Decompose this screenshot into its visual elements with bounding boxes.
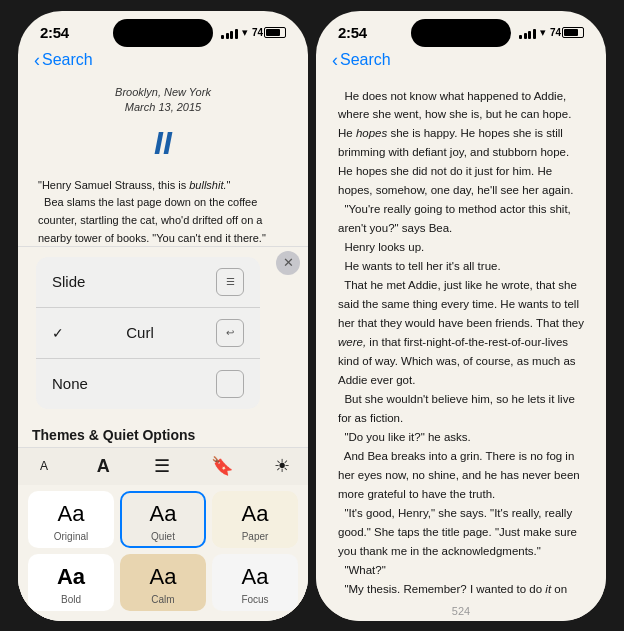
right-dynamic-island bbox=[411, 19, 511, 47]
left-battery-pct: 74 bbox=[252, 27, 263, 38]
focus-sample: Aa bbox=[242, 564, 269, 590]
dynamic-island bbox=[113, 19, 213, 47]
right-wifi-icon: ▾ bbox=[540, 26, 546, 39]
theme-paper[interactable]: Aa Paper bbox=[212, 491, 298, 548]
quiet-label: Quiet bbox=[151, 531, 175, 542]
right-battery-body bbox=[562, 27, 584, 38]
r-signal-bar-4 bbox=[533, 29, 536, 39]
original-label: Original bbox=[54, 531, 88, 542]
phones-container: 2:54 ▾ 74 ‹ Se bbox=[0, 0, 624, 631]
paper-sample: Aa bbox=[242, 501, 269, 527]
small-font-button[interactable]: A bbox=[36, 457, 52, 475]
theme-original[interactable]: Aa Original bbox=[28, 491, 114, 548]
themes-title: Themes & Quiet Options bbox=[32, 427, 195, 443]
right-signal-icon bbox=[519, 27, 536, 39]
transition-slide[interactable]: Slide ☰ bbox=[36, 257, 260, 308]
curl-check: ✓ bbox=[52, 325, 64, 341]
page-number: 524 bbox=[316, 601, 606, 621]
theme-focus[interactable]: Aa Focus bbox=[212, 554, 298, 611]
transition-menu: Slide ☰ ✓ Curl ↩ None bbox=[36, 257, 260, 409]
r-signal-bar-1 bbox=[519, 35, 522, 39]
text-settings-icon[interactable]: ☰ bbox=[154, 455, 170, 477]
battery-icon: 74 bbox=[252, 27, 286, 38]
right-back-label: Search bbox=[340, 51, 391, 69]
none-label: None bbox=[52, 375, 88, 392]
theme-bold[interactable]: Aa Bold bbox=[28, 554, 114, 611]
r-signal-bar-3 bbox=[528, 31, 531, 39]
bottom-panel: Slide ☰ ✓ Curl ↩ None ✕ T bbox=[18, 246, 308, 621]
left-back-button[interactable]: ‹ Search bbox=[34, 51, 93, 69]
paper-label: Paper bbox=[242, 531, 269, 542]
close-button[interactable]: ✕ bbox=[276, 251, 300, 275]
battery-body bbox=[264, 27, 286, 38]
right-chevron-left-icon: ‹ bbox=[332, 51, 338, 69]
large-font-button[interactable]: A bbox=[93, 454, 114, 479]
transition-none[interactable]: None bbox=[36, 359, 260, 409]
left-status-icons: ▾ 74 bbox=[221, 26, 286, 39]
wifi-icon: ▾ bbox=[242, 26, 248, 39]
original-sample: Aa bbox=[58, 501, 85, 527]
right-battery-fill bbox=[564, 29, 578, 36]
book-location: Brooklyn, New YorkMarch 13, 2015 bbox=[38, 85, 288, 116]
themes-header: Themes & Quiet Options bbox=[18, 419, 308, 447]
left-nav-bar: ‹ Search bbox=[18, 47, 308, 75]
bookmark-icon[interactable]: 🔖 bbox=[211, 455, 233, 477]
signal-bar-2 bbox=[226, 33, 229, 39]
book-chapter: II bbox=[38, 119, 288, 169]
bold-label: Bold bbox=[61, 594, 81, 605]
signal-bar-4 bbox=[235, 29, 238, 39]
book-header: Brooklyn, New YorkMarch 13, 2015 II bbox=[38, 85, 288, 169]
right-time: 2:54 bbox=[338, 24, 367, 41]
curl-icon: ↩ bbox=[216, 319, 244, 347]
right-back-button[interactable]: ‹ Search bbox=[332, 51, 391, 69]
right-phone: 2:54 ▾ 74 ‹ Se bbox=[316, 11, 606, 621]
left-back-label: Search bbox=[42, 51, 93, 69]
left-phone: 2:54 ▾ 74 ‹ Se bbox=[18, 11, 308, 621]
r-signal-bar-2 bbox=[524, 33, 527, 39]
none-icon bbox=[216, 370, 244, 398]
chevron-left-icon: ‹ bbox=[34, 51, 40, 69]
battery-fill bbox=[266, 29, 280, 36]
slide-icon: ☰ bbox=[216, 268, 244, 296]
right-nav-bar: ‹ Search bbox=[316, 47, 606, 75]
transition-curl[interactable]: ✓ Curl ↩ bbox=[36, 308, 260, 359]
quiet-sample: Aa bbox=[150, 501, 177, 527]
calm-label: Calm bbox=[151, 594, 174, 605]
curl-label: Curl bbox=[126, 324, 154, 341]
right-book-content: He does not know what happened to Addie,… bbox=[316, 75, 606, 601]
reading-controls: A A ☰ 🔖 ☀ bbox=[18, 447, 308, 485]
theme-calm[interactable]: Aa Calm bbox=[120, 554, 206, 611]
right-battery-pct: 74 bbox=[550, 27, 561, 38]
right-battery-icon: 74 bbox=[550, 27, 584, 38]
bold-sample: Aa bbox=[57, 564, 85, 590]
slide-label: Slide bbox=[52, 273, 85, 290]
signal-icon bbox=[221, 27, 238, 39]
brightness-icon[interactable]: ☀ bbox=[274, 455, 290, 477]
right-status-icons: ▾ 74 bbox=[519, 26, 584, 39]
right-book-text: He does not know what happened to Addie,… bbox=[338, 87, 584, 601]
left-time: 2:54 bbox=[40, 24, 69, 41]
signal-bar-1 bbox=[221, 35, 224, 39]
calm-sample: Aa bbox=[150, 564, 177, 590]
themes-grid: Aa Original Aa Quiet Aa Paper Aa Bold Aa bbox=[18, 485, 308, 621]
focus-label: Focus bbox=[241, 594, 268, 605]
theme-quiet[interactable]: Aa Quiet bbox=[120, 491, 206, 548]
signal-bar-3 bbox=[230, 31, 233, 39]
